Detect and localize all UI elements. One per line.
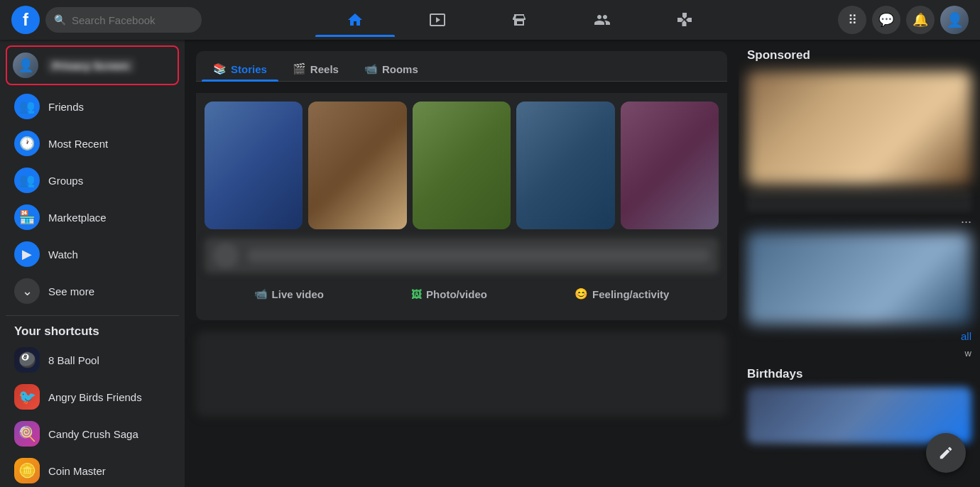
reels-tab-label: Reels	[310, 63, 339, 75]
shortcut-label-angry: Angry Birds Friends	[48, 391, 142, 403]
home-icon	[347, 11, 364, 28]
tab-stories[interactable]: 📚 Stories	[202, 57, 278, 81]
sidebar-item-label-recent: Most Recent	[48, 138, 108, 150]
story-blur-4	[516, 102, 614, 229]
shortcuts-title: Your shortcuts	[6, 322, 179, 341]
sidebar-item-label-seemore: See more	[48, 285, 94, 297]
stories-tab-icon: 📚	[213, 62, 227, 75]
rooms-tab-label: Rooms	[382, 63, 418, 75]
story-blur-2	[308, 102, 406, 229]
coin-master-icon: 🪙	[14, 458, 40, 483]
photo-video-button[interactable]: 🖼 Photo/video	[400, 283, 499, 306]
sponsored-title: Sponsored	[747, 45, 971, 65]
feeling-label: Feeling/activity	[592, 288, 669, 300]
sidebar-item-label-groups: Groups	[48, 175, 83, 187]
shortcut-candy-crush[interactable]: 🍭 Candy Crush Saga	[6, 415, 179, 452]
candy-crush-icon: 🍭	[14, 421, 40, 447]
sidebar-divider	[6, 315, 179, 316]
story-blur-1	[205, 102, 303, 229]
shortcut-label-candy: Candy Crush Saga	[48, 428, 138, 440]
content-tabs: 📚 Stories 🎬 Reels 📹 Rooms	[196, 51, 727, 82]
watch-icon: ▶	[14, 241, 40, 267]
sidebar-item-groups[interactable]: 👥 Groups	[6, 162, 179, 199]
angry-birds-icon: 🐦	[14, 384, 40, 410]
search-input[interactable]	[72, 14, 193, 26]
body: 👤 Privacy Screen 👥 Friends 🕐 Most Recent…	[0, 40, 980, 487]
sidebar-item-see-more[interactable]: ⌄ See more	[6, 273, 179, 310]
birthdays-title: Birthdays	[747, 364, 971, 384]
tab-rooms[interactable]: 📹 Rooms	[353, 57, 430, 81]
story-blur-5	[621, 102, 719, 229]
shortcut-coin-master[interactable]: 🪙 Coin Master	[6, 452, 179, 487]
photo-video-label: Photo/video	[426, 288, 487, 300]
story-card-2[interactable]	[308, 102, 406, 229]
compose-button[interactable]	[926, 433, 966, 473]
see-all-link[interactable]: all	[961, 330, 971, 342]
edit-icon	[938, 445, 954, 461]
see-more-icon: ⌄	[14, 278, 40, 304]
groups-nav-icon: 👥	[14, 168, 40, 193]
8ball-icon: 🎱	[14, 347, 40, 373]
gaming-icon	[676, 11, 693, 28]
story-card-3[interactable]	[413, 102, 511, 229]
sidebar-item-marketplace[interactable]: 🏪 Marketplace	[6, 199, 179, 236]
sidebar-item-label-marketplace: Marketplace	[48, 212, 107, 224]
header: f 🔍 ⠿ 💬 🔔 👤	[0, 0, 980, 40]
sidebar-item-friends[interactable]: 👥 Friends	[6, 88, 179, 125]
rooms-tab-icon: 📹	[364, 62, 378, 75]
nav-groups[interactable]	[562, 3, 642, 37]
action-buttons: 📹 Live video 🖼 Photo/video 😊 Feeling/act…	[205, 279, 719, 312]
feeling-button[interactable]: 😊 Feeling/activity	[563, 282, 680, 306]
nav-gaming[interactable]	[645, 3, 724, 37]
user-name: Privacy Screen	[47, 58, 135, 73]
sponsored-image-2	[747, 232, 971, 324]
messenger-button[interactable]: 💬	[872, 6, 900, 34]
sidebar-item-watch[interactable]: ▶ Watch	[6, 236, 179, 273]
facebook-logo[interactable]: f	[11, 6, 40, 34]
video-icon	[429, 11, 446, 28]
search-icon: 🔍	[54, 14, 66, 26]
notifications-button[interactable]: 🔔	[906, 6, 935, 34]
story-card-5[interactable]	[621, 102, 719, 229]
store-icon	[511, 11, 528, 28]
sponsored-menu-dots[interactable]: ···	[747, 214, 971, 229]
live-video-button[interactable]: 📹 Live video	[243, 282, 335, 306]
feeling-icon: 😊	[575, 288, 588, 300]
sidebar-item-label-watch: Watch	[48, 248, 78, 261]
nav-video[interactable]	[398, 3, 477, 37]
story-card-1[interactable]	[205, 102, 303, 229]
sidebar-right: Sponsored ··· all w Birthdays	[739, 40, 980, 487]
sponsored-text-1	[747, 190, 971, 212]
main-content: 📚 Stories 🎬 Reels 📹 Rooms	[185, 40, 739, 487]
tab-reels[interactable]: 🎬 Reels	[281, 57, 350, 81]
nav-marketplace[interactable]	[480, 3, 560, 37]
stories-container: 📹 Live video 🖼 Photo/video 😊 Feeling/act…	[196, 93, 727, 320]
sidebar-item-label-friends: Friends	[48, 101, 84, 113]
shortcut-label-8ball: 8 Ball Pool	[48, 354, 99, 366]
stories-grid	[205, 102, 719, 229]
live-video-icon: 📹	[254, 288, 268, 300]
marketplace-icon: 🏪	[14, 204, 40, 230]
shortcut-8ball[interactable]: 🎱 8 Ball Pool	[6, 341, 179, 378]
profile-avatar[interactable]: 👤	[940, 6, 969, 34]
feed-post-1	[196, 332, 727, 417]
header-right: ⠿ 💬 🔔 👤	[838, 6, 969, 34]
live-video-label: Live video	[272, 288, 324, 300]
see-more-w[interactable]: w	[965, 348, 971, 359]
stories-tab-label: Stories	[231, 63, 267, 75]
sidebar-item-most-recent[interactable]: 🕐 Most Recent	[6, 125, 179, 162]
shortcut-angry-birds[interactable]: 🐦 Angry Birds Friends	[6, 378, 179, 415]
nav-home[interactable]	[315, 3, 395, 37]
sponsored-image-1	[747, 71, 971, 185]
user-profile-item[interactable]: 👤 Privacy Screen	[6, 45, 179, 85]
search-bar[interactable]: 🔍	[45, 7, 202, 33]
header-nav	[207, 3, 832, 37]
photo-video-icon: 🖼	[411, 288, 422, 300]
friends-icon: 👥	[14, 94, 40, 119]
groups-icon	[594, 11, 611, 28]
user-avatar: 👤	[13, 53, 38, 78]
shortcut-label-coin: Coin Master	[48, 465, 106, 477]
sidebar-left: 👤 Privacy Screen 👥 Friends 🕐 Most Recent…	[0, 40, 185, 487]
story-card-4[interactable]	[516, 102, 614, 229]
apps-button[interactable]: ⠿	[838, 6, 866, 34]
